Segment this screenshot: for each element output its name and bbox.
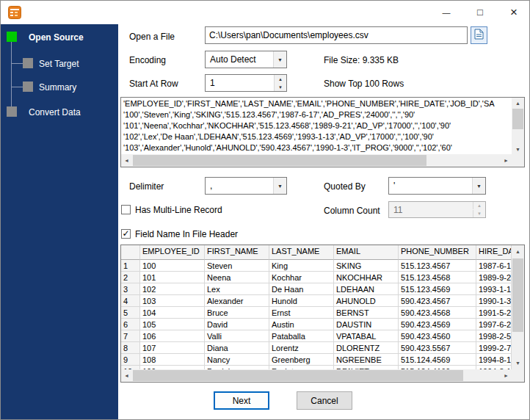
grid-cell[interactable]: Bruce — [205, 307, 269, 319]
grid-hscrollbar[interactable]: ◄ ► — [121, 369, 512, 382]
multiline-checkbox[interactable] — [121, 205, 131, 214]
grid-cell[interactable]: Hunold — [269, 295, 334, 307]
grid-column-header[interactable]: HIRE_DATE — [476, 245, 512, 260]
grid-column-header[interactable] — [121, 245, 140, 260]
next-button[interactable]: Next — [214, 391, 269, 410]
grid-cell[interactable]: 1989-9-21 — [476, 272, 512, 283]
grid-cell[interactable]: David — [205, 319, 269, 330]
table-row[interactable]: 9108NancyGreenbergNGREENBE515.124.456919… — [121, 354, 512, 366]
delimiter-select[interactable]: , ▼ — [205, 177, 287, 195]
table-row[interactable]: 5104BruceErnstBERNST590.423.45681991-5-2… — [121, 307, 512, 319]
scroll-up-icon[interactable]: ▲ — [512, 98, 524, 108]
grid-cell[interactable]: 1991-5-21 — [476, 307, 512, 319]
grid-cell[interactable]: 1997-6-25 — [476, 319, 512, 330]
grid-cell[interactable]: Neena — [205, 272, 269, 283]
grid-cell[interactable]: King — [269, 260, 334, 272]
spin-down-icon[interactable]: ▼ — [274, 83, 286, 91]
maximize-button[interactable]: □ — [463, 1, 497, 23]
grid-cell[interactable]: 1987-6-17 — [476, 260, 512, 272]
grid-cell[interactable]: De Haan — [269, 283, 334, 295]
grid-cell[interactable]: NGREENBE — [334, 354, 399, 366]
scrollbar-thumb[interactable] — [512, 258, 523, 332]
grid-column-header[interactable]: FIRST_NAME — [205, 245, 269, 260]
scroll-left-icon[interactable]: ◄ — [121, 369, 132, 382]
grid-cell[interactable]: 1999-2-7 — [476, 342, 512, 354]
grid-cell[interactable]: Lex — [205, 283, 269, 295]
grid-cell[interactable]: DLORENTZ — [334, 342, 399, 354]
grid-cell[interactable]: 1993-1-13 — [476, 283, 512, 295]
scroll-right-icon[interactable]: ► — [501, 369, 512, 382]
grid-cell[interactable]: Ernst — [269, 307, 334, 319]
grid-cell[interactable]: 515.123.4569 — [399, 283, 476, 295]
browse-file-button[interactable] — [471, 26, 487, 44]
quoted-by-select[interactable]: ' ▼ — [388, 177, 486, 195]
grid-column-header[interactable]: EMAIL — [334, 245, 399, 260]
grid-cell[interactable]: 105 — [140, 319, 205, 330]
grid-column-header[interactable]: PHONE_NUMBER — [399, 245, 476, 260]
scrollbar-thumb[interactable] — [512, 109, 523, 129]
grid-cell[interactable]: 101 — [140, 272, 205, 283]
titlebar[interactable]: — □ × — [1, 1, 529, 24]
grid-cell[interactable]: 590.423.5567 — [399, 342, 476, 354]
grid-cell[interactable]: Pataballa — [269, 330, 334, 342]
preview-vscrollbar[interactable]: ▲ ▼ — [512, 98, 524, 154]
header-checkbox[interactable]: ✓ — [121, 229, 131, 239]
grid-cell[interactable]: SKING — [334, 260, 399, 272]
minimize-button[interactable]: — — [429, 1, 463, 23]
chevron-down-icon[interactable]: ▼ — [472, 178, 485, 194]
grid-cell[interactable]: Diana — [205, 342, 269, 354]
grid-vscrollbar[interactable]: ▲ ▼ — [512, 245, 524, 369]
scrollbar-thumb[interactable] — [133, 155, 426, 166]
table-row[interactable]: 1100StevenKingSKING515.123.45671987-6-17 — [121, 260, 512, 272]
table-row[interactable]: 6105DavidAustinDAUSTIN590.423.45691997-6… — [121, 319, 512, 330]
grid-cell[interactable]: Steven — [205, 260, 269, 272]
table-row[interactable]: 4103AlexanderHunoldAHUNOLD590.423.456719… — [121, 295, 512, 307]
grid-cell[interactable]: 590.423.4569 — [399, 319, 476, 330]
grid-cell[interactable]: NKOCHHAR — [334, 272, 399, 283]
table-row[interactable]: 8107DianaLorentzDLORENTZ590.423.55671999… — [121, 342, 512, 354]
spin-up-icon[interactable]: ▲ — [274, 75, 286, 83]
scroll-down-icon[interactable]: ▼ — [512, 144, 524, 154]
grid-cell[interactable]: 100 — [140, 260, 205, 272]
table-row[interactable]: 7106ValliPataballaVPATABAL590.423.456019… — [121, 330, 512, 342]
grid-cell[interactable]: Austin — [269, 319, 334, 330]
scroll-left-icon[interactable]: ◄ — [121, 154, 132, 167]
grid-cell[interactable]: 107 — [140, 342, 205, 354]
start-at-row-spinner[interactable]: 1 ▲ ▼ — [205, 74, 287, 92]
scroll-down-icon[interactable]: ▼ — [512, 357, 524, 369]
grid-cell[interactable]: BERNST — [334, 307, 399, 319]
grid-cell[interactable]: DAUSTIN — [334, 319, 399, 330]
encoding-select[interactable]: Auto Detect ▼ — [205, 51, 287, 68]
grid-cell[interactable]: Alexander — [205, 295, 269, 307]
grid-cell[interactable]: Kochhar — [269, 272, 334, 283]
table-row[interactable]: 3102LexDe HaanLDEHAAN515.123.45691993-1-… — [121, 283, 512, 295]
table-row[interactable]: 2101NeenaKochharNKOCHHAR515.123.45681989… — [121, 272, 512, 283]
grid-cell[interactable]: Valli — [205, 330, 269, 342]
grid-cell[interactable]: VPATABAL — [334, 330, 399, 342]
grid-cell[interactable]: 104 — [140, 307, 205, 319]
grid-cell[interactable]: Lorentz — [269, 342, 334, 354]
grid-cell[interactable]: LDEHAAN — [334, 283, 399, 295]
grid-cell[interactable]: Nancy — [205, 354, 269, 366]
cancel-button[interactable]: Cancel — [297, 391, 352, 410]
grid-cell[interactable]: 515.124.4569 — [399, 354, 476, 366]
grid-cell[interactable]: Greenberg — [269, 354, 334, 366]
grid-cell[interactable]: 1994-8-17 — [476, 354, 512, 366]
grid-cell[interactable]: 106 — [140, 330, 205, 342]
grid-column-header[interactable]: EMPLOYEE_ID — [140, 245, 205, 260]
scroll-right-icon[interactable]: ► — [501, 154, 512, 167]
file-path-input[interactable] — [205, 26, 468, 44]
grid-cell[interactable]: 108 — [140, 354, 205, 366]
grid-cell[interactable]: 590.423.4560 — [399, 330, 476, 342]
close-button[interactable]: × — [497, 1, 530, 23]
grid-cell[interactable]: 590.423.4568 — [399, 307, 476, 319]
grid-cell[interactable]: 515.123.4567 — [399, 260, 476, 272]
chevron-down-icon[interactable]: ▼ — [273, 51, 286, 68]
grid-cell[interactable]: 1998-2-5 — [476, 330, 512, 342]
grid-cell[interactable]: 102 — [140, 283, 205, 295]
preview-hscrollbar[interactable]: ◄ ► — [121, 154, 512, 167]
grid-cell[interactable]: AHUNOLD — [334, 295, 399, 307]
grid-column-header[interactable]: LAST_NAME — [269, 245, 334, 260]
chevron-down-icon[interactable]: ▼ — [273, 178, 286, 194]
scrollbar-thumb[interactable] — [133, 370, 463, 381]
